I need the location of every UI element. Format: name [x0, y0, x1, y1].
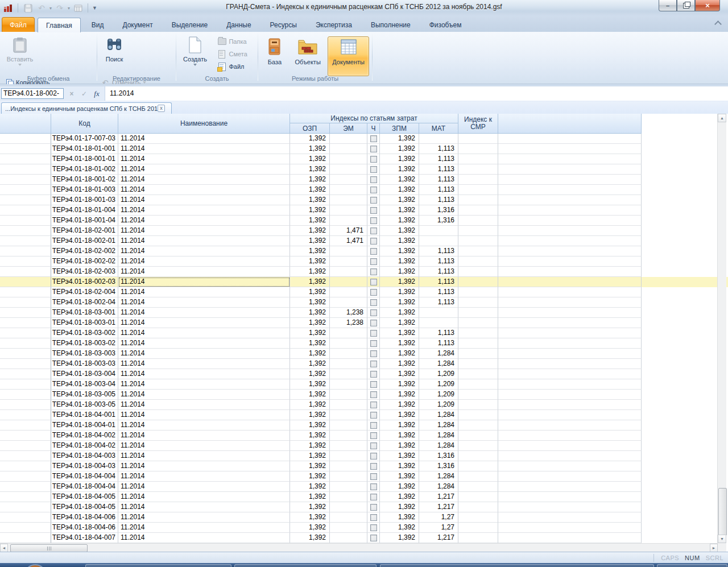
mat-cell[interactable]: 1,113 [419, 256, 458, 267]
hours-cell[interactable] [367, 441, 380, 451]
ozp-cell[interactable]: 1,392 [290, 328, 330, 338]
extra-cell[interactable] [498, 134, 642, 144]
code-cell[interactable]: ТЕРэ4.01-18-04-001 [51, 410, 118, 420]
ozp-cell[interactable]: 1,392 [290, 512, 330, 523]
table-row[interactable]: ТЕРэ4.01-18-02-00111.20141,3921,4711,392 [0, 226, 728, 236]
hours-checkbox[interactable] [370, 146, 377, 152]
hours-checkbox[interactable] [370, 309, 377, 316]
em-cell[interactable] [330, 451, 367, 461]
hours-checkbox[interactable] [370, 166, 377, 173]
close-button[interactable]: × [695, 0, 720, 11]
hours-checkbox[interactable] [370, 330, 377, 337]
table-row[interactable]: ТЕРэ4.01-18-02-00311.20141,3921,3921,113 [0, 267, 728, 277]
table-row[interactable]: ТЕРэ4.01-17-007-0311.20141,3921,392 [0, 134, 728, 144]
table-row[interactable]: ТЕРэ4.01-18-003-0511.20141,3921,3921,209 [0, 400, 728, 410]
row-header-cell[interactable] [0, 338, 51, 349]
hours-cell[interactable] [367, 492, 380, 502]
row-header-cell[interactable] [0, 492, 51, 502]
table-row[interactable]: ТЕРэ4.01-18-04-00111.20141,3921,3921,284 [0, 410, 728, 420]
mode-documents-button[interactable]: Документы [328, 36, 369, 76]
smr-cell[interactable] [458, 216, 498, 226]
smr-cell[interactable] [458, 492, 498, 502]
em-cell[interactable]: 1,471 [330, 236, 367, 246]
smr-cell[interactable] [458, 297, 498, 308]
mat-cell[interactable] [419, 308, 458, 318]
smr-cell[interactable] [458, 410, 498, 420]
hours-checkbox[interactable] [370, 289, 377, 296]
em-cell[interactable] [330, 164, 367, 175]
name-cell[interactable]: 11.2014 [118, 533, 290, 543]
hours-checkbox[interactable] [370, 197, 377, 204]
smr-cell[interactable] [458, 512, 498, 523]
ozp-cell[interactable]: 1,392 [290, 195, 330, 205]
ozp-cell[interactable]: 1,392 [290, 410, 330, 420]
smr-cell[interactable] [458, 236, 498, 246]
scroll-up-icon[interactable]: ▲ [718, 114, 726, 122]
mat-cell[interactable] [419, 236, 458, 246]
mat-cell[interactable]: 1,113 [419, 195, 458, 205]
row-header-cell[interactable] [0, 502, 51, 512]
hours-cell[interactable] [367, 369, 380, 379]
hours-checkbox[interactable] [370, 156, 377, 163]
hours-checkbox[interactable] [370, 381, 377, 388]
zpm-cell[interactable]: 1,392 [380, 256, 419, 267]
document-tab[interactable]: ...Индексы к единичным расценкам СПб к Т… [1, 102, 172, 114]
mat-cell[interactable]: 1,209 [419, 369, 458, 379]
hours-cell[interactable] [367, 338, 380, 349]
smr-cell[interactable] [458, 277, 498, 287]
hours-checkbox[interactable] [370, 361, 377, 367]
ozp-cell[interactable]: 1,392 [290, 256, 330, 267]
em-cell[interactable] [330, 267, 367, 277]
mat-cell[interactable]: 1,284 [419, 349, 458, 359]
extra-cell[interactable] [498, 144, 642, 154]
table-row[interactable]: ТЕРэ4.01-18-004-0311.20141,3921,3921,316 [0, 461, 728, 471]
smr-cell[interactable] [458, 420, 498, 431]
code-cell[interactable]: ТЕРэ4.01-18-01-003 [51, 185, 118, 195]
mat-cell[interactable]: 1,113 [419, 144, 458, 154]
horizontal-scrollbar-thumb[interactable] [10, 544, 88, 552]
row-header-column[interactable] [0, 114, 51, 134]
zpm-cell[interactable]: 1,392 [380, 533, 419, 543]
column-header-extra[interactable] [498, 114, 642, 134]
mat-cell[interactable]: 1,284 [419, 482, 458, 492]
smr-cell[interactable] [458, 369, 498, 379]
table-row[interactable]: ТЕРэ4.01-18-04-00711.20141,3921,3921,217 [0, 533, 728, 543]
row-header-cell[interactable] [0, 451, 51, 461]
mat-cell[interactable]: 1,316 [419, 461, 458, 471]
smr-cell[interactable] [458, 308, 498, 318]
hours-cell[interactable] [367, 420, 380, 431]
paste-button[interactable]: Вставить [3, 34, 36, 75]
code-cell[interactable]: ТЕРэ4.01-18-02-004 [51, 287, 118, 297]
code-cell[interactable]: ТЕРэ4.01-18-04-002 [51, 431, 118, 441]
hours-checkbox[interactable] [370, 473, 377, 480]
extra-cell[interactable] [498, 349, 642, 359]
em-cell[interactable] [330, 154, 367, 164]
zpm-cell[interactable]: 1,392 [380, 154, 419, 164]
hours-cell[interactable] [367, 318, 380, 328]
em-cell[interactable] [330, 216, 367, 226]
mat-cell[interactable]: 1,113 [419, 287, 458, 297]
hours-checkbox[interactable] [370, 504, 377, 511]
code-cell[interactable]: ТЕРэ4.01-18-04-003 [51, 451, 118, 461]
em-cell[interactable] [330, 379, 367, 390]
file-tab[interactable]: Файл [2, 17, 35, 32]
row-header-cell[interactable] [0, 379, 51, 390]
hours-cell[interactable] [367, 236, 380, 246]
zpm-cell[interactable]: 1,392 [380, 471, 419, 482]
mat-cell[interactable]: 1,113 [419, 328, 458, 338]
mat-cell[interactable]: 1,113 [419, 277, 458, 287]
hours-cell[interactable] [367, 308, 380, 318]
table-row[interactable]: ТЕРэ4.01-18-04-00211.20141,3921,3921,284 [0, 431, 728, 441]
zpm-cell[interactable]: 1,392 [380, 369, 419, 379]
column-header-smr[interactable]: Индекс кСМР [458, 114, 498, 134]
em-cell[interactable] [330, 277, 367, 287]
ozp-cell[interactable]: 1,392 [290, 144, 330, 154]
name-cell[interactable]: 11.2014 [118, 154, 290, 164]
row-header-cell[interactable] [0, 205, 51, 216]
hours-checkbox[interactable] [370, 299, 377, 306]
smr-cell[interactable] [458, 359, 498, 369]
name-cell[interactable]: 11.2014 [118, 308, 290, 318]
smr-cell[interactable] [458, 328, 498, 338]
extra-cell[interactable] [498, 216, 642, 226]
hours-checkbox[interactable] [370, 248, 377, 255]
